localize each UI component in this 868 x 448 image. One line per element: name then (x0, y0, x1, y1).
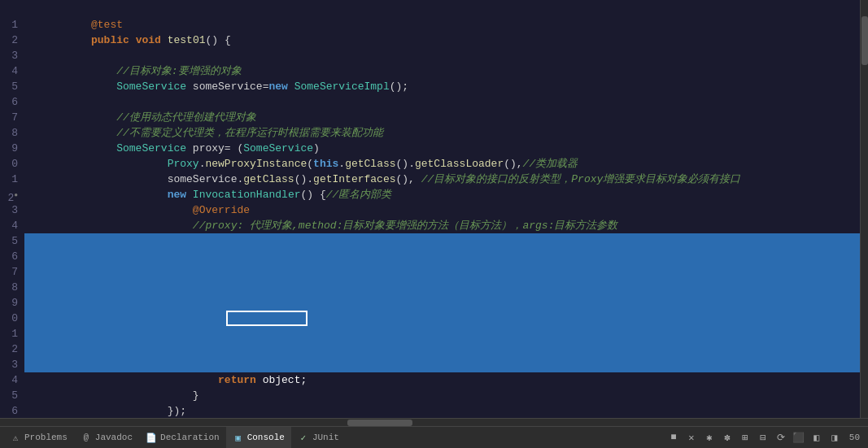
javadoc-icon: @ (81, 432, 92, 443)
refresh-button[interactable]: ⟳ (773, 429, 789, 446)
declaration-icon: 📄 (146, 432, 157, 443)
code-line: someService.getClass().getInterfaces(), … (24, 156, 860, 172)
tab-javadoc[interactable]: @ Javadoc (74, 427, 139, 449)
scrollbar-thumb-horizontal[interactable] (347, 420, 412, 426)
code-line: return object; (24, 357, 860, 372)
tab-junit-label: JUnit (312, 433, 339, 442)
code-line: Object object=null; (24, 233, 860, 249)
code-line: @test (24, 2, 860, 17)
code-line: Proxy.newProxyInstance(this.getClass().g… (24, 141, 860, 156)
filter-button[interactable]: ✽ (719, 429, 735, 446)
code-line: SomeService someService=new SomeServiceI… (24, 63, 860, 79)
code-line: SomeService proxy= (SomeService) (24, 125, 860, 141)
code-line: } (24, 372, 860, 388)
maximize-button[interactable]: ⬛ (791, 429, 807, 446)
code-line: }); (24, 388, 860, 403)
tab-console[interactable]: ▣ Console (226, 427, 291, 449)
scrollbar-thumb-vertical[interactable] (861, 16, 868, 65)
code-line: //proxy: 代理对象,method:目标对象要增强的方法（目标方法），ar… (24, 202, 860, 218)
horizontal-scrollbar[interactable] (0, 418, 868, 426)
split-left-button[interactable]: ◧ (809, 429, 825, 446)
code-line: } (24, 341, 860, 357)
console-icon: ▣ (233, 432, 244, 443)
tab-problems[interactable]: ⚠ Problems (3, 427, 74, 449)
code-line: public Object invoke(Object proxy, Metho… (24, 218, 860, 233)
code-content[interactable]: @test public void test01() { //目标对象:要增强的… (24, 0, 860, 418)
code-line (24, 33, 860, 48)
settings-button[interactable]: ⊟ (755, 429, 771, 446)
tab-declaration[interactable]: 📄 Declaration (139, 427, 226, 449)
code-line: object = method.invoke(someService, args… (24, 280, 860, 295)
screenshot-button[interactable]: ⊞ (737, 429, 753, 446)
tab-console-label: Console (247, 433, 285, 442)
code-editor[interactable]: 1 2 3 4 5 6 7 8 9 0 1 2● 3 4 5 6 7 8 9 0… (0, 0, 868, 418)
stop-button[interactable]: ■ (665, 429, 682, 446)
code-line: System.out.println("后置增强"); (24, 295, 860, 311)
page-number: 50 (844, 433, 865, 442)
code-line: //使用动态代理创建代理对象 (24, 94, 860, 110)
code-line (24, 79, 860, 94)
tab-junit[interactable]: ✓ JUnit (291, 427, 346, 449)
problems-icon: ⚠ (10, 432, 21, 443)
tab-problems-label: Problems (24, 433, 68, 442)
code-line: //不需要定义代理类，在程序运行时根据需要来装配功能 (24, 110, 860, 125)
code-line: System.out.println("前置增强"); (24, 264, 860, 280)
code-line: public void test01() { (24, 17, 860, 33)
tab-declaration-label: Declaration (160, 433, 220, 442)
toolbar-actions: ■ ✕ ✱ ✽ ⊞ ⊟ ⟳ ⬛ ◧ ◨ 50 (665, 429, 865, 446)
code-line: }else { (24, 311, 860, 326)
line-numbers: 1 2 3 4 5 6 7 8 9 0 1 2● 3 4 5 6 7 8 9 0… (0, 0, 24, 418)
code-line: if(method.getName().equals("doSome")) { (24, 249, 860, 264)
split-right-button[interactable]: ◨ (827, 429, 843, 446)
code-line: @Override (24, 187, 860, 202)
code-line: object = method.invoke(someService, args… (24, 326, 860, 341)
junit-icon: ✓ (298, 432, 309, 443)
code-line: //目标对象:要增强的对象 (24, 48, 860, 63)
close-button[interactable]: ✕ (683, 429, 700, 446)
clear-button[interactable]: ✱ (701, 429, 718, 446)
tab-javadoc-label: Javadoc (95, 433, 133, 442)
bottom-toolbar: ⚠ Problems @ Javadoc 📄 Declaration ▣ Con… (0, 426, 868, 448)
code-line: new InvocationHandler() {//匿名内部类 (24, 172, 860, 187)
vertical-scrollbar[interactable] (860, 0, 868, 418)
code-line (24, 403, 860, 418)
